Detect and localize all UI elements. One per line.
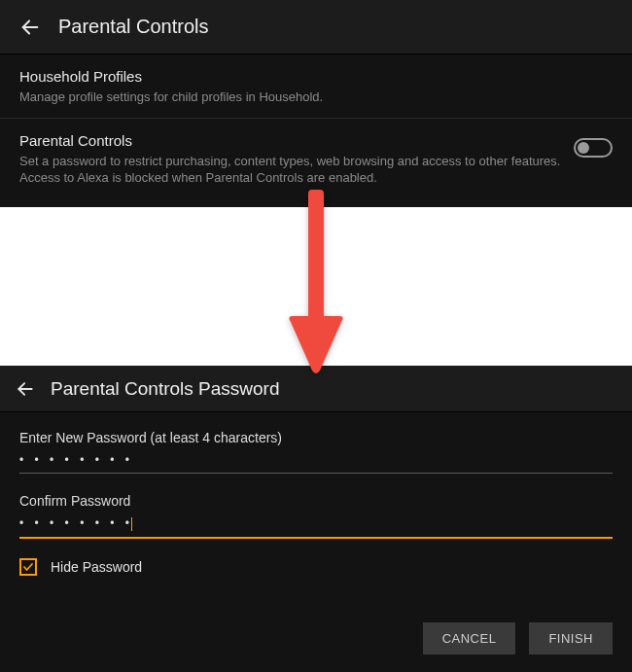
confirm-password-input[interactable]: • • • • • • • •	[19, 516, 613, 537]
new-password-field-wrap: Enter New Password (at least 4 character…	[19, 430, 613, 474]
back-arrow-icon[interactable]	[19, 17, 41, 38]
text-cursor	[131, 517, 132, 531]
household-profiles-desc: Manage profile settings for child profil…	[19, 88, 564, 106]
household-profiles-row[interactable]: Household Profiles Manage profile settin…	[0, 54, 632, 119]
field-underline	[19, 473, 613, 474]
password-page-title: Parental Controls Password	[51, 378, 280, 400]
cancel-button[interactable]: CANCEL	[423, 622, 516, 654]
parental-controls-row: Parental Controls Set a password to rest…	[0, 119, 632, 198]
new-password-input[interactable]: • • • • • • • •	[19, 453, 613, 473]
finish-button[interactable]: FINISH	[529, 622, 613, 654]
confirm-password-field-wrap: Confirm Password • • • • • • • •	[19, 493, 613, 539]
page-title: Parental Controls	[58, 16, 209, 38]
hide-password-label: Hide Password	[51, 559, 142, 575]
back-arrow-icon[interactable]	[16, 379, 35, 399]
parental-controls-title: Parental Controls	[19, 132, 562, 149]
new-password-label: Enter New Password (at least 4 character…	[19, 430, 613, 445]
settings-screen: Parental Controls Household Profiles Man…	[0, 0, 632, 207]
hide-password-checkbox[interactable]	[19, 558, 37, 576]
instruction-arrow-icon	[289, 190, 343, 378]
field-underline-active	[19, 537, 613, 539]
household-profiles-title: Household Profiles	[19, 68, 613, 85]
app-bar: Parental Controls	[0, 0, 632, 54]
parental-controls-desc: Set a password to restrict purchasing, c…	[19, 153, 562, 187]
hide-password-row[interactable]: Hide Password	[19, 558, 613, 576]
toggle-knob	[578, 142, 589, 154]
password-form: Enter New Password (at least 4 character…	[0, 412, 632, 622]
password-screen: Parental Controls Password Enter New Pas…	[0, 366, 632, 672]
dialog-buttons: CANCEL FINISH	[0, 622, 632, 672]
parental-controls-toggle[interactable]	[574, 138, 613, 158]
confirm-password-label: Confirm Password	[19, 493, 613, 509]
